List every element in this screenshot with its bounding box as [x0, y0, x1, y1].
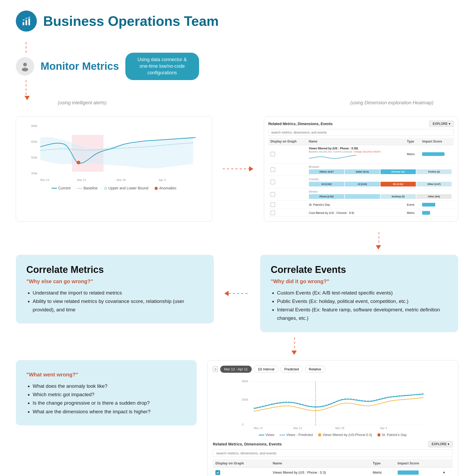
- legend-current: Current: [52, 186, 71, 190]
- svg-point-10: [22, 68, 28, 71]
- right-chart-label: (using Dimension exploration Heatmap): [149, 100, 458, 106]
- heatmap-cell: [345, 194, 380, 199]
- flow-arrow-down-3: [292, 351, 297, 355]
- col-impact: Impact Score: [420, 138, 454, 145]
- page-title: Business Operations Team: [43, 13, 219, 29]
- checkbox-unchecked[interactable]: [270, 210, 275, 215]
- impact-cell: [420, 145, 454, 163]
- anomaly-chart-svg: 900k 600k 500k 300k Mar 14 Mar 21 Mar 28…: [21, 122, 207, 182]
- right-metrics-box: Related Metrics, Dimensions, Events EXPL…: [264, 116, 458, 222]
- charts-row: 900k 600k 500k 300k Mar 14 Mar 21 Mar 28…: [16, 116, 458, 222]
- list-item: Internal Events (Ex: feature ramp, softw…: [277, 306, 448, 323]
- heatmap-cell: Other (4%): [416, 194, 452, 199]
- flow-dashed-line-1: [26, 42, 26, 53]
- related-metrics-table: Display on Graph Name Type Impact Score: [213, 459, 453, 476]
- check-icon: [216, 471, 219, 474]
- metrics-search-input[interactable]: [268, 129, 454, 136]
- what-went-wrong-card: "What went wrong?" What does the anomaly…: [16, 360, 197, 425]
- monitor-badge: Using data connector & one-time low/no-c…: [125, 53, 199, 80]
- dashed-h-line-mid: [229, 293, 250, 294]
- correlate-metrics-subtitle: "Why else can go wrong?": [26, 278, 203, 284]
- svg-text:300k: 300k: [31, 172, 37, 175]
- heatmap-cell: BA (2.91): [381, 182, 416, 187]
- chevron-down-icon: ▾: [449, 122, 450, 126]
- svg-text:500k: 500k: [31, 156, 37, 159]
- correlate-events-card: Correlate Events "Why did it go wrong?" …: [260, 255, 458, 332]
- chevron-cell-b[interactable]: ▾: [441, 467, 453, 476]
- monitor-icon-container: [16, 57, 34, 76]
- table-row: Country US (2.92) Al (2.91) BA (2.91) Ot…: [268, 176, 454, 188]
- heatmap-cell: Safari 16.41: [345, 169, 380, 174]
- svg-text:Apr 4: Apr 4: [380, 426, 387, 430]
- svg-text:500k: 500k: [242, 398, 248, 401]
- legend-views: Views: [259, 433, 274, 437]
- anomaly-chart-legend: Current Baseline Upper and Lower Bound A…: [21, 186, 207, 190]
- col-impact-b: Impact Score: [395, 459, 441, 468]
- svg-text:Mar 14: Mar 14: [40, 178, 49, 181]
- table-row: Device Phone (2.02) Desktop (2) Other (4…: [268, 188, 454, 200]
- impact-cell: [420, 200, 454, 209]
- heatmap-row-device: Phone (2.02) Desktop (2) Other (4%): [309, 194, 452, 199]
- name-cell: Country US (2.92) Al (2.91) BA (2.91) Ot…: [307, 176, 454, 188]
- col-name-b: Name: [270, 459, 370, 468]
- svg-rect-2: [26, 20, 27, 25]
- bottom-chart-legend: Views Views - Predicted Views filtered b…: [213, 433, 453, 437]
- svg-text:Mar 28: Mar 28: [117, 178, 126, 181]
- heatmap-cell: Others 16.67: [309, 169, 344, 174]
- bottom-chart-box: ⊞ Mar 12 - Apr 11 1D Interval Predicted …: [207, 360, 458, 476]
- checkbox-unchecked[interactable]: [270, 180, 275, 184]
- svg-text:Apr 4: Apr 4: [159, 178, 166, 181]
- name-cell: Device Phone (2.02) Desktop (2) Other (4…: [307, 188, 454, 200]
- list-item: Ability to view related metrics by covar…: [33, 297, 203, 314]
- heatmap-row-country: US (2.92) Al (2.91) BA (2.91) Other (2.0…: [309, 182, 452, 187]
- flow-arrow-down-1: [24, 96, 30, 100]
- heatmap-cell: Chrome 141: [381, 169, 416, 174]
- checkbox-unchecked[interactable]: [270, 192, 275, 197]
- metric-name: Views filtered by (US : Phone : 0.30): [309, 147, 403, 150]
- list-item: Understand the import to related metrics: [33, 289, 203, 297]
- metrics-table: Display on Graph Name Type Impact Score …: [268, 138, 454, 217]
- what-went-wrong-list: What does the anomaly look like? Which m…: [26, 382, 186, 416]
- tab-predicted[interactable]: Predicted: [280, 366, 303, 373]
- impact-bar: [422, 203, 435, 207]
- table-row: Cost filtered by (US : Chrome : 9.9) Met…: [268, 209, 454, 217]
- correlate-events-subtitle: "Why did it go wrong?": [271, 278, 448, 284]
- col-type-b: Type: [370, 459, 395, 468]
- svg-text:Mar 21: Mar 21: [293, 426, 302, 430]
- flow-dashed-line-3: [379, 232, 379, 245]
- tab-date-range[interactable]: Mar 12 - Apr 11: [220, 366, 252, 373]
- bottom-chart-svg: 800k 500k 0 Mar 14 Mar 21 Mar 28 Apr 4: [213, 377, 453, 430]
- chart-expand-icon[interactable]: ⊞: [213, 366, 218, 372]
- dimension-label: Device: [309, 190, 452, 193]
- svg-text:Mar 28: Mar 28: [335, 426, 344, 430]
- impact-bar-b: [398, 470, 419, 475]
- display-cell: [268, 209, 307, 217]
- col-type: Type: [405, 138, 420, 145]
- type-cell-b: Metric: [370, 467, 395, 476]
- legend-baseline: Baseline: [77, 186, 98, 190]
- related-metrics-title: Related Metrics, Dimensions, Events: [213, 442, 282, 446]
- correlate-events-title: Correlate Events: [271, 264, 448, 275]
- metrics-table-title: Related Metrics, Dimensions, Events: [268, 122, 333, 126]
- heatmap-cell: US (2.92): [309, 182, 344, 187]
- tab-relative[interactable]: Relative: [305, 366, 325, 373]
- checkbox-checked[interactable]: [215, 470, 220, 475]
- tab-interval[interactable]: 1D Interval: [254, 366, 278, 373]
- chart-tabs: ⊞ Mar 12 - Apr 11 1D Interval Predicted …: [213, 366, 453, 373]
- checkbox-unchecked[interactable]: [270, 167, 275, 172]
- page-header: Business Operations Team: [16, 11, 458, 32]
- name-cell: Views filtered by (US : Phone : 0.30) Ba…: [307, 145, 405, 163]
- checkbox-unchecked[interactable]: [270, 202, 275, 207]
- related-search-input[interactable]: [213, 449, 453, 457]
- list-item: Public Events (Ex: holiday, political ev…: [277, 297, 448, 306]
- explore-button[interactable]: EXPLORE ▾: [429, 121, 454, 127]
- heatmap-cell: Al (2.91): [345, 182, 380, 187]
- related-metrics-bottom: Related Metrics, Dimensions, Events EXPL…: [213, 441, 453, 476]
- table-row: Views filtered by (US : Phone : 0.3) Met…: [213, 467, 453, 476]
- svg-rect-1: [23, 22, 24, 25]
- checkbox-unchecked[interactable]: [270, 152, 275, 156]
- display-cell: [268, 145, 307, 163]
- correlate-metrics-title: Correlate Metrics: [26, 264, 203, 275]
- impact-bar: [422, 211, 430, 215]
- explore-button-bottom[interactable]: EXPLORE ▾: [428, 441, 453, 447]
